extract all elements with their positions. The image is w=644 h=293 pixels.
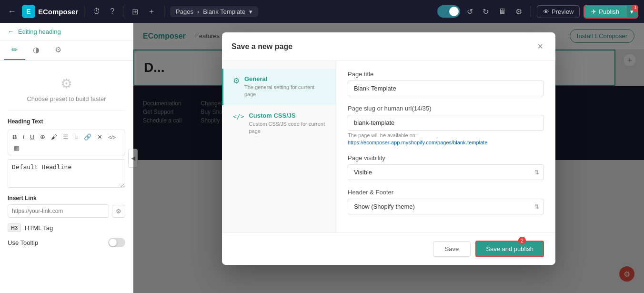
logo-text: EComposer [38,8,78,16]
divider-1 [84,6,84,17]
panel-tabs: ✏ ◑ ⚙ [0,40,133,61]
css-desc: Custom CSS/JS code for current page [249,121,326,135]
modal-form: Page title Page slug or human url(14/35)… [336,61,555,232]
general-desc: The general setting for current page [244,84,326,99]
insert-link-input[interactable] [8,204,109,218]
modal-body: ⚙ General The general setting for curren… [222,61,555,232]
general-title: General [244,75,326,82]
css-title: Custom CSS/JS [249,112,326,119]
top-toolbar: ← E EComposer ⏱ ? ⊞ ＋ Pages › Blank Temp… [0,0,644,23]
divider-3 [164,6,164,17]
toggle-knob [449,7,459,16]
format-circle-button[interactable]: ⊕ [38,132,48,142]
format-italic-button[interactable]: I [20,132,27,142]
modal-sidebar-item-general[interactable]: ⚙ General The general setting for curren… [222,69,336,105]
format-paint-button[interactable]: 🖌 [49,132,60,142]
page-visibility-label: Page visibility [348,154,544,162]
format-link-button[interactable]: 🔗 [81,132,94,142]
page-url-link[interactable]: https://ecomposer-app.myshopify.com/page… [348,140,487,145]
heading-text-label: Heading Text [8,118,125,125]
insert-link-row: ⚙ [8,204,125,218]
footer-badge: 2 [518,237,526,244]
panel-back-button[interactable]: ← [8,28,14,35]
divider-4 [531,6,531,17]
modal-close-button[interactable]: × [534,40,546,53]
back-button[interactable]: ← [6,5,18,19]
tooltip-toggle-knob [109,239,117,246]
h3-badge: H3 [8,223,21,232]
history-button[interactable]: ⏱ [90,5,103,18]
general-icon: ⚙ [233,76,240,85]
preview-button[interactable]: 👁 Preview [537,5,580,18]
format-eraser-button[interactable]: ✕ [95,132,105,142]
left-panel: ← Editing heading ✏ ◑ ⚙ ⚙ Choose preset … [0,23,133,293]
format-code-button[interactable]: </> [106,132,118,142]
modal-sidebar-item-css[interactable]: </> Custom CSS/JS Custom CSS/JS code for… [222,105,336,142]
publish-badge: 1 [632,5,638,11]
header-footer-select[interactable]: Show (Shopify theme) Hide [348,199,544,214]
format-underline-button[interactable]: U [28,132,37,142]
preset-icon: ⚙ [60,76,72,91]
css-icon: </> [233,113,244,120]
tab-style[interactable]: ✏ [4,40,25,60]
help-button[interactable]: ? [107,5,117,18]
panel-content: ⚙ Choose preset to build faster Heading … [0,61,133,293]
header-footer-group: Header & Footer Show (Shopify theme) Hid… [348,189,544,214]
undo-button[interactable]: ↺ [464,5,476,18]
divider-2 [123,6,123,17]
heading-textarea[interactable]: Default Headline [8,159,125,188]
redo-button[interactable]: ↻ [480,5,492,18]
pages-label: Pages [176,8,193,15]
tooltip-label: Use Tooltip [8,239,38,246]
page-slug-input[interactable] [348,115,544,131]
header-footer-label: Header & Footer [348,189,544,196]
add-element-button[interactable]: ＋ [145,5,158,19]
css-info: Custom CSS/JS Custom CSS/JS code for cur… [249,112,326,135]
modal-sidebar: ⚙ General The general setting for curren… [222,61,336,232]
page-slug-group: Page slug or human url(14/35) The page w… [348,105,544,146]
page-visibility-select[interactable]: Visible Hidden [348,164,544,180]
logo-icon: E [22,5,35,18]
preset-text: Choose preset to build faster [27,95,106,102]
page-visibility-group: Page visibility Visible Hidden ⇅ [348,154,544,180]
grid-button[interactable]: ⊞ [129,5,141,18]
link-settings-button[interactable]: ⚙ [112,205,125,218]
page-title-label: Page title [348,71,544,78]
page-slug-label: Page slug or human url(14/35) [348,105,544,112]
tab-advanced[interactable]: ⚙ [47,40,69,60]
publish-button[interactable]: ✈ Publish [584,6,626,18]
editor-area: EComposer Features ▾ Pricing Partners ▾ … [133,23,644,293]
desktop-view-button[interactable]: 🖥 [495,5,509,18]
publish-label: Publish [599,8,619,15]
preview-icon: 👁 [543,8,549,15]
tooltip-toggle[interactable] [108,238,125,247]
save-publish-button[interactable]: Save and publish [475,241,544,257]
format-list-ul-button[interactable]: ≡ [72,132,80,142]
format-list-ol-button[interactable]: ☰ [60,132,71,142]
modal-header: Save a new page × [222,32,555,61]
dropdown-arrow: ▾ [249,8,252,15]
format-bold-button[interactable]: B [10,132,19,142]
template-label: Blank Template [203,8,245,15]
breadcrumb-arrow: › [197,8,199,15]
preset-section: ⚙ Choose preset to build faster [8,68,125,111]
page-settings-button[interactable]: ⚙ [513,5,525,18]
publish-icon: ✈ [591,8,596,15]
page-url-hint: The page will be available on: [348,132,544,138]
html-tag-row: H3 HTML Tag [8,223,125,232]
publish-button-wrapper: ✈ Publish ▾ 1 [584,5,638,19]
tooltip-row: Use Tooltip [8,238,125,247]
app-logo: E EComposer [22,5,78,18]
format-table-button[interactable]: ▦ [10,143,23,153]
save-button[interactable]: Save [433,241,471,257]
insert-link-label: Insert Link [8,195,125,202]
html-tag-label: HTML Tag [25,224,53,232]
general-info: General The general setting for current … [244,75,326,99]
header-footer-select-wrapper: Show (Shopify theme) Hide ⇅ [348,199,544,214]
tab-design[interactable]: ◑ [25,40,47,60]
toggle-switch[interactable] [437,5,460,18]
preview-label: Preview [552,8,574,15]
page-title-group: Page title [348,71,544,96]
modal-footer: Save Save and publish 2 [222,232,555,265]
page-title-input[interactable] [348,81,544,96]
